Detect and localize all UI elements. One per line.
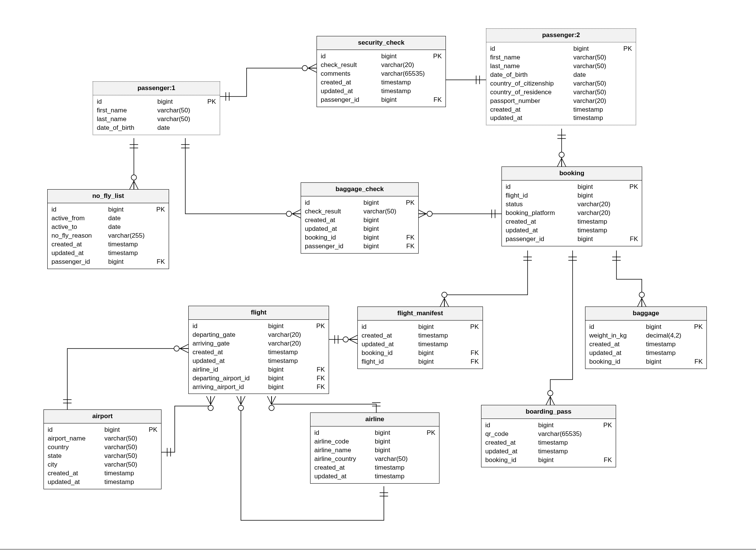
entity-body: idbigintPKcheck_resultvarchar(20)comment…: [317, 50, 446, 107]
column-key: [424, 455, 435, 464]
column-name: created_at: [490, 106, 573, 114]
column-name: id: [490, 45, 573, 53]
column-type: varchar(50): [573, 88, 621, 97]
column-row: idbigintPK: [485, 421, 612, 430]
column-key: [205, 115, 216, 124]
column-type: bigint: [363, 199, 403, 207]
entity-body: idbigintPKcheck_resultvarchar(50)created…: [301, 196, 418, 253]
column-name: flight_id: [506, 191, 577, 200]
column-key: FK: [467, 349, 479, 358]
column-name: check_result: [321, 61, 381, 70]
column-type: timestamp: [538, 439, 601, 447]
column-row: idbigintPK: [362, 323, 479, 331]
column-type: bigint: [375, 429, 424, 437]
column-name: updated_at: [305, 225, 363, 233]
column-row: passenger_idbigintFK: [305, 242, 414, 251]
column-type: timestamp: [381, 78, 430, 87]
column-type: timestamp: [577, 226, 627, 235]
column-row: first_namevarchar(50): [97, 106, 216, 115]
svg-line-53: [546, 397, 550, 405]
column-name: last_name: [490, 62, 573, 71]
entity-title: baggage_check: [301, 183, 418, 196]
column-type: varchar(20): [268, 331, 314, 339]
column-name: id: [321, 52, 381, 61]
column-name: airline_name: [314, 446, 375, 455]
column-row: flight_idbigint: [506, 191, 638, 200]
column-key: [627, 226, 638, 235]
column-name: created_at: [51, 240, 108, 249]
column-name: country_of_residence: [490, 88, 573, 97]
entity-title: flight: [189, 306, 329, 320]
svg-line-58: [206, 396, 211, 405]
entity-passenger1: passenger:1idbigintPKfirst_namevarchar(5…: [93, 81, 220, 135]
column-key: [314, 339, 325, 348]
column-type: timestamp: [268, 357, 314, 366]
column-type: varchar(50): [363, 207, 403, 216]
column-row: passenger_idbigintFK: [506, 235, 638, 244]
column-name: created_at: [506, 218, 577, 226]
column-name: created_at: [321, 78, 381, 87]
column-key: [467, 331, 479, 340]
entity-title: baggage: [585, 307, 706, 321]
column-row: updated_attimestamp: [506, 226, 638, 235]
column-key: [205, 106, 216, 115]
column-row: arriving_airport_idbigintFK: [192, 383, 325, 392]
column-row: idbigintPK: [490, 45, 632, 53]
column-key: [146, 469, 157, 478]
column-row: passenger_idbigintFK: [51, 258, 165, 266]
column-key: [146, 461, 157, 469]
column-key: PK: [601, 421, 612, 430]
column-name: weight_in_kg: [589, 331, 646, 340]
column-row: statusvarchar(20): [506, 200, 638, 209]
column-type: bigint: [418, 323, 467, 331]
column-row: idbigintPK: [314, 429, 435, 437]
svg-point-49: [639, 292, 644, 297]
column-type: bigint: [268, 383, 314, 392]
column-name: updated_at: [506, 226, 577, 235]
column-row: booking_idbigintFK: [362, 349, 479, 358]
svg-line-26: [562, 158, 566, 167]
column-row: booking_idbigintFK: [305, 233, 414, 242]
column-row: country_of_residencevarchar(50): [490, 88, 632, 97]
column-key: PK: [314, 322, 325, 331]
column-key: [314, 348, 325, 357]
column-row: last_namevarchar(50): [490, 62, 632, 71]
column-row: created_attimestamp: [51, 240, 165, 249]
column-row: date_of_birthdate: [490, 71, 632, 79]
column-key: [146, 452, 157, 461]
column-row: date_of_birthdate: [97, 124, 216, 132]
column-name: last_name: [97, 115, 157, 124]
entity-body: idbigintPKairline_codebigintairline_name…: [310, 426, 439, 483]
column-name: updated_at: [589, 349, 646, 358]
column-type: varchar(20): [577, 200, 627, 209]
column-type: bigint: [646, 358, 691, 366]
column-type: bigint: [363, 216, 403, 225]
column-type: bigint: [108, 258, 154, 266]
column-key: [424, 437, 435, 446]
svg-line-65: [180, 349, 188, 353]
svg-point-43: [442, 292, 447, 297]
column-type: varchar(255): [108, 232, 154, 240]
column-name: updated_at: [51, 249, 108, 258]
column-row: weight_in_kgdecimal(4,2): [589, 331, 703, 340]
column-type: varchar(50): [104, 443, 146, 452]
column-name: id: [485, 421, 538, 430]
column-name: booking_platform: [506, 209, 577, 218]
entity-no_fly_list: no_fly_listidbigintPKactive_fromdateacti…: [47, 189, 169, 269]
column-type: timestamp: [646, 349, 691, 358]
column-name: passenger_id: [305, 242, 363, 251]
column-name: date_of_birth: [97, 124, 157, 132]
column-key: [621, 62, 632, 71]
svg-line-8: [134, 181, 138, 189]
column-name: created_at: [48, 469, 104, 478]
entity-title: passenger:1: [93, 82, 220, 95]
column-row: airport_namevarchar(50): [48, 434, 157, 443]
column-name: no_fly_reason: [51, 232, 108, 240]
entity-body: idbigintPKdeparting_gatevarchar(20)arriv…: [189, 320, 329, 394]
column-name: first_name: [97, 106, 157, 115]
column-name: departing_gate: [192, 331, 268, 339]
column-row: statevarchar(50): [48, 452, 157, 461]
entity-body: idbigintPKfirst_namevarchar(50)last_name…: [486, 42, 636, 125]
column-key: [621, 79, 632, 88]
column-type: bigint: [381, 52, 430, 61]
